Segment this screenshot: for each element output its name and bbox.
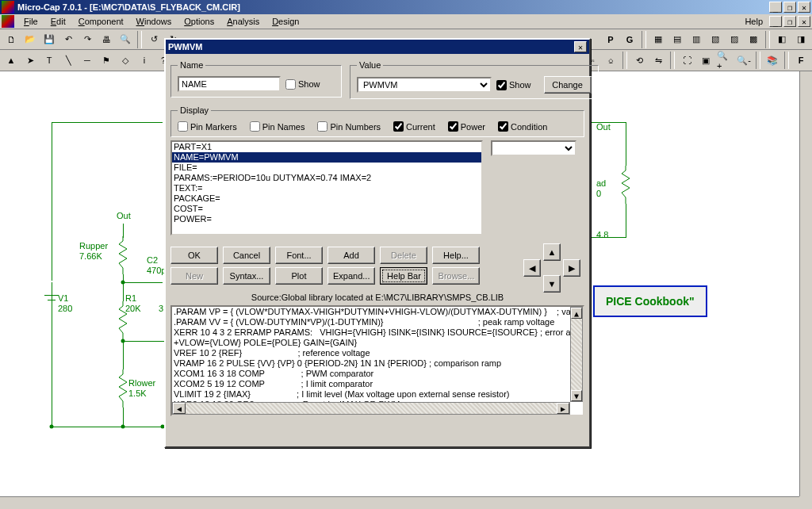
dialog-close-button[interactable]: ✕ bbox=[574, 41, 587, 52]
nav-right-button[interactable]: ▶ bbox=[563, 259, 580, 277]
print-icon[interactable]: 🖶 bbox=[98, 31, 115, 48]
nav-up-button[interactable]: ▲ bbox=[543, 243, 561, 261]
flag-icon[interactable]: ⚑ bbox=[98, 52, 115, 69]
attr-line[interactable]: NAME=PWMVM bbox=[172, 152, 481, 163]
tool-a-icon[interactable]: ◧ bbox=[773, 31, 791, 48]
menu-options[interactable]: Options bbox=[178, 15, 220, 28]
grid3-icon[interactable]: ▥ bbox=[688, 31, 705, 48]
source-listing[interactable]: .PARAM VP = { (VLOW*DUTYMAX-VHIGH*DUTYMI… bbox=[170, 305, 584, 416]
preview-icon[interactable]: 🔍 bbox=[117, 31, 134, 48]
menu-analysis[interactable]: Analysis bbox=[220, 15, 266, 28]
close-button[interactable]: ✕ bbox=[798, 2, 810, 13]
info-icon[interactable]: i bbox=[136, 52, 153, 69]
ok-button[interactable]: OK bbox=[170, 247, 218, 264]
menu-windows[interactable]: Windows bbox=[130, 15, 178, 28]
cancel-button[interactable]: Cancel bbox=[223, 247, 270, 264]
mdi-minimize-button[interactable]: _ bbox=[769, 16, 782, 27]
select-icon[interactable]: ▲ bbox=[2, 52, 20, 69]
add-button[interactable]: Add bbox=[327, 247, 375, 264]
menu-edit[interactable]: Edit bbox=[44, 15, 72, 28]
help-bar-button[interactable]: Help Bar bbox=[380, 267, 427, 285]
attributes-listbox[interactable]: PART=X1NAME=PWMVMFILE=PARAMS:=PERIOD=10u… bbox=[170, 140, 483, 235]
source-hscroll[interactable]: ◀ ▶ bbox=[172, 402, 570, 415]
canvas-hscrollbar[interactable] bbox=[0, 496, 799, 509]
menu-design[interactable]: Design bbox=[266, 15, 305, 28]
zoomfit-icon[interactable]: ⛶ bbox=[678, 52, 695, 69]
new-button[interactable]: New bbox=[170, 267, 218, 285]
rlower-value: 1.5K bbox=[128, 388, 147, 398]
grid4-icon[interactable]: ▧ bbox=[707, 31, 724, 48]
pointer-icon[interactable]: ➤ bbox=[21, 52, 39, 69]
undo-icon[interactable]: ↺ bbox=[145, 31, 163, 48]
grid5-icon[interactable]: ▨ bbox=[726, 31, 743, 48]
condition-checkbox[interactable]: Condition bbox=[498, 121, 547, 132]
save-icon[interactable]: 💾 bbox=[40, 31, 58, 48]
mdi-restore-button[interactable]: ❐ bbox=[783, 16, 796, 27]
pin-markers-checkbox[interactable]: Pin Markers bbox=[178, 121, 237, 132]
letter-f-button[interactable]: F bbox=[792, 52, 810, 69]
source-vscroll[interactable]: ▲ ▼ bbox=[570, 307, 583, 402]
attr-line[interactable]: TEXT:= bbox=[172, 183, 481, 193]
shape-icon[interactable]: ◇ bbox=[117, 52, 134, 69]
delete-button[interactable]: Delete bbox=[380, 247, 427, 264]
change-button[interactable]: Change bbox=[544, 76, 592, 94]
new-file-icon[interactable]: 🗋 bbox=[2, 31, 20, 48]
zoomin-icon[interactable]: 🔍+ bbox=[716, 52, 733, 69]
help-button[interactable]: Help... bbox=[432, 247, 480, 264]
mdi-close-button[interactable]: ✕ bbox=[798, 16, 810, 27]
expand-button[interactable]: Expand... bbox=[327, 267, 375, 285]
source-line: +VLOW={VLOW} POLE={POLE} GAIN={GAIN} bbox=[172, 338, 583, 348]
nav-down-button[interactable]: ▼ bbox=[543, 275, 561, 293]
menu-file[interactable]: File bbox=[17, 15, 44, 28]
library-icon[interactable]: 📚 bbox=[764, 52, 781, 69]
grid2-icon[interactable]: ▤ bbox=[668, 31, 686, 48]
power-checkbox[interactable]: Power bbox=[448, 121, 485, 132]
value-select[interactable]: PWMVM bbox=[357, 77, 492, 93]
restore-button[interactable]: ❐ bbox=[783, 2, 796, 13]
syntax-button[interactable]: Syntax... bbox=[223, 267, 270, 285]
back-icon[interactable]: ↶ bbox=[59, 31, 77, 48]
book-title-box: PICE Cookbook" bbox=[593, 285, 707, 317]
button-row-1: OKCancelFont...AddDeleteHelp... bbox=[170, 247, 480, 264]
zoomsel-icon[interactable]: ▣ bbox=[697, 52, 714, 69]
zoomout-icon[interactable]: 🔍- bbox=[735, 52, 753, 69]
mirror-icon[interactable]: ⇋ bbox=[649, 52, 667, 69]
attr-line[interactable]: PARAMS:=PERIOD=10u DUTYMAX=0.74 IMAX=2 bbox=[172, 173, 481, 183]
menu-help[interactable]: Help bbox=[738, 15, 769, 28]
dialog-title: PWMVM bbox=[168, 42, 574, 52]
plot-button[interactable]: Plot bbox=[275, 267, 323, 285]
tool-b-icon[interactable]: ◨ bbox=[792, 31, 810, 48]
menu-component[interactable]: Component bbox=[72, 15, 130, 28]
letter-g-button[interactable]: G bbox=[621, 31, 638, 48]
name-show-checkbox[interactable]: Show bbox=[285, 79, 320, 90]
attr-line[interactable]: COST= bbox=[172, 204, 481, 214]
canvas-vscrollbar[interactable] bbox=[799, 71, 812, 496]
grid1-icon[interactable]: ▦ bbox=[649, 31, 667, 48]
letter-p-button[interactable]: P bbox=[602, 31, 619, 48]
browse-button[interactable]: Browse... bbox=[432, 267, 480, 285]
nav-left-button[interactable]: ◀ bbox=[523, 259, 541, 277]
attr-line[interactable]: PACKAGE= bbox=[172, 193, 481, 204]
text-tool-icon[interactable]: T bbox=[40, 52, 58, 69]
rlower-resistor-icon bbox=[119, 369, 128, 408]
line-icon[interactable]: ─ bbox=[79, 52, 96, 69]
forward-icon[interactable]: ↷ bbox=[79, 31, 96, 48]
pin-numbers-checkbox[interactable]: Pin Numbers bbox=[317, 121, 381, 132]
open-file-icon[interactable]: 📂 bbox=[21, 31, 39, 48]
navigation-pad: ▲ ◀ ▶ ▼ bbox=[521, 243, 584, 291]
package-select[interactable] bbox=[491, 140, 576, 156]
value-show-checkbox[interactable]: Show bbox=[496, 80, 531, 90]
name-input[interactable] bbox=[178, 76, 281, 92]
pin-names-checkbox[interactable]: Pin Names bbox=[250, 121, 305, 132]
source-line: VLIMIT 19 2 {IMAX} ; I limit level (Max … bbox=[172, 389, 583, 400]
font-button[interactable]: Font... bbox=[275, 247, 323, 264]
attr-line[interactable]: POWER= bbox=[172, 214, 481, 224]
rotate-icon[interactable]: ⟲ bbox=[630, 52, 648, 69]
comp4-icon[interactable]: ⎐ bbox=[602, 52, 619, 69]
wire-icon[interactable]: ╲ bbox=[59, 52, 77, 69]
attr-line[interactable]: PART=X1 bbox=[172, 142, 481, 152]
attr-line[interactable]: FILE= bbox=[172, 163, 481, 173]
current-checkbox[interactable]: Current bbox=[393, 121, 435, 132]
minimize-button[interactable]: _ bbox=[769, 2, 782, 13]
grid6-icon[interactable]: ▩ bbox=[745, 31, 762, 48]
